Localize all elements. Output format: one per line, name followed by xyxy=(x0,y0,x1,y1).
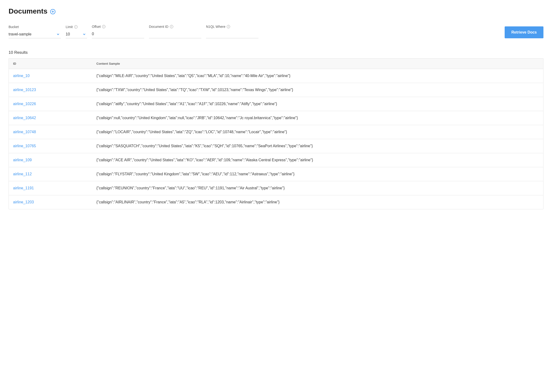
document-content-sample: {"callsign":"LOCAIR","country":"United S… xyxy=(96,130,539,134)
table-row: airline_109{"callsign":"ACE AIR","countr… xyxy=(9,153,543,167)
where-label: N1QL Where i xyxy=(206,25,258,28)
limit-filter: Limit i 10 xyxy=(66,25,87,38)
table-row: airline_1191{"callsign":"REUNION","count… xyxy=(9,181,543,195)
document-id-input[interactable] xyxy=(149,30,201,38)
limit-select[interactable]: 10 xyxy=(66,31,87,38)
document-id-link[interactable]: airline_10123 xyxy=(13,88,36,92)
table-row: airline_112{"callsign":"FLYSTAR","countr… xyxy=(9,167,543,181)
column-header-content: Content Sample xyxy=(96,62,539,65)
results-count: 10 Results xyxy=(8,50,544,55)
document-content-sample: {"callsign":"MILE-AIR","country":"United… xyxy=(96,74,539,78)
document-content-sample: {"callsign":"AIRLINAIR","country":"Franc… xyxy=(96,200,539,204)
document-id-link[interactable]: airline_1203 xyxy=(13,200,34,204)
bucket-label: Bucket xyxy=(8,25,61,29)
document-id-link[interactable]: airline_10642 xyxy=(13,116,36,120)
table-row: airline_1203{"callsign":"AIRLINAIR","cou… xyxy=(9,195,543,209)
document-id-link[interactable]: airline_10765 xyxy=(13,144,36,148)
document-id-link[interactable]: airline_112 xyxy=(13,172,32,176)
document-id-label: Document ID i xyxy=(149,25,201,28)
info-icon[interactable]: i xyxy=(74,25,78,28)
where-filter: N1QL Where i xyxy=(206,25,258,38)
document-content-sample: {"callsign":"ACE AIR","country":"United … xyxy=(96,158,539,162)
add-document-icon[interactable] xyxy=(50,9,56,14)
table-row: airline_10748{"callsign":"LOCAIR","count… xyxy=(9,125,543,139)
table-row: airline_10123{"callsign":"TXW","country"… xyxy=(9,83,543,97)
retrieve-docs-button[interactable]: Retrieve Docs xyxy=(505,26,544,38)
document-id-link[interactable]: airline_1191 xyxy=(13,186,34,190)
limit-label: Limit i xyxy=(66,25,87,29)
document-content-sample: {"callsign":"atifly","country":"United S… xyxy=(96,102,539,106)
offset-input[interactable] xyxy=(92,30,144,38)
bucket-filter: Bucket travel-sample xyxy=(8,25,61,38)
document-content-sample: {"callsign":"TXW","country":"United Stat… xyxy=(96,88,539,92)
table-header: ID Content Sample xyxy=(9,58,543,69)
info-icon[interactable]: i xyxy=(102,25,106,28)
document-content-sample: {"callsign":"FLYSTAR","country":"United … xyxy=(96,172,539,176)
page-title: Documents xyxy=(8,7,47,15)
bucket-select[interactable]: travel-sample xyxy=(8,31,61,38)
where-input[interactable] xyxy=(206,30,258,38)
filter-bar: Bucket travel-sample Limit i 10 Offset xyxy=(8,25,544,38)
info-icon[interactable]: i xyxy=(170,25,173,28)
documents-table: ID Content Sample airline_10{"callsign":… xyxy=(8,58,544,209)
document-id-link[interactable]: airline_10748 xyxy=(13,130,36,134)
document-content-sample: {"callsign":null,"country":"United Kingd… xyxy=(96,116,539,120)
document-id-link[interactable]: airline_109 xyxy=(13,158,32,162)
offset-filter: Offset i xyxy=(92,25,144,38)
offset-label: Offset i xyxy=(92,25,144,28)
table-row: airline_10765{"callsign":"SASQUATCH","co… xyxy=(9,139,543,153)
table-row: airline_10{"callsign":"MILE-AIR","countr… xyxy=(9,69,543,83)
column-header-id: ID xyxy=(13,62,96,65)
table-row: airline_10226{"callsign":"atifly","count… xyxy=(9,97,543,111)
page-header: Documents xyxy=(8,7,544,15)
info-icon[interactable]: i xyxy=(227,25,230,28)
document-id-link[interactable]: airline_10226 xyxy=(13,102,36,106)
document-content-sample: {"callsign":"REUNION","country":"France"… xyxy=(96,186,539,190)
table-row: airline_10642{"callsign":null,"country":… xyxy=(9,111,543,125)
document-id-filter: Document ID i xyxy=(149,25,201,38)
document-content-sample: {"callsign":"SASQUATCH","country":"Unite… xyxy=(96,144,539,148)
document-id-link[interactable]: airline_10 xyxy=(13,74,29,78)
